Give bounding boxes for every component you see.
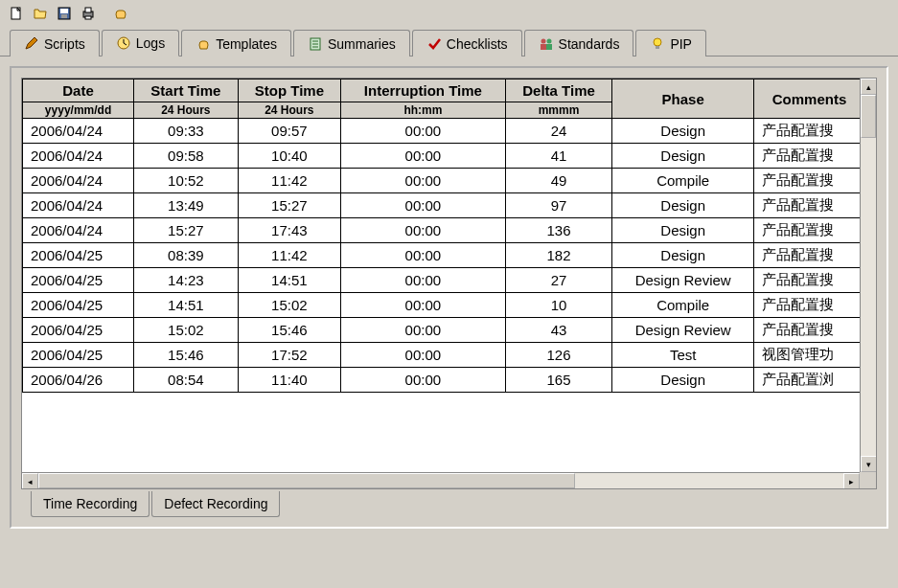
cell-phase[interactable]: Compile (612, 293, 754, 318)
cell-comment[interactable]: 产品配置搜 (753, 193, 860, 218)
table-row[interactable]: 2006/04/2515:4617:5200:00126Test视图管理功 (23, 343, 861, 368)
cell-delta[interactable]: 49 (505, 169, 612, 193)
tab-checklists[interactable]: Checklists (412, 30, 522, 57)
cell-comment[interactable]: 视图管理功 (753, 343, 860, 368)
cell-int[interactable]: 00:00 (341, 169, 506, 193)
cell-start[interactable]: 08:54 (134, 368, 239, 393)
scroll-left-button[interactable]: ◂ (22, 473, 38, 489)
cell-delta[interactable]: 165 (505, 368, 612, 393)
hscroll-thumb[interactable] (38, 473, 575, 488)
cell-phase[interactable]: Design (612, 368, 754, 393)
cell-date[interactable]: 2006/04/24 (23, 119, 134, 144)
print-button[interactable] (77, 3, 100, 24)
cell-delta[interactable]: 10 (505, 293, 612, 318)
cell-int[interactable]: 00:00 (341, 218, 506, 243)
cell-date[interactable]: 2006/04/24 (23, 169, 134, 193)
cell-stop[interactable]: 09:57 (238, 119, 340, 144)
cell-delta[interactable]: 136 (505, 218, 612, 243)
table-row[interactable]: 2006/04/2415:2717:4300:00136Design产品配置搜 (23, 218, 861, 243)
table-row[interactable]: 2006/04/2410:5211:4200:0049Compile产品配置搜 (23, 169, 861, 193)
cell-comment[interactable]: 产品配置搜 (753, 218, 860, 243)
cell-start[interactable]: 08:39 (134, 243, 239, 268)
cell-start[interactable]: 14:23 (134, 268, 239, 293)
cell-int[interactable]: 00:00 (341, 243, 506, 268)
cell-comment[interactable]: 产品配置搜 (753, 243, 860, 268)
tab-logs[interactable]: Logs (102, 30, 179, 57)
tab-scripts[interactable]: Scripts (10, 30, 100, 57)
run-button[interactable] (109, 3, 132, 24)
cell-start[interactable]: 14:51 (134, 293, 239, 318)
table-row[interactable]: 2006/04/2608:5411:4000:00165Design产品配置浏 (23, 368, 861, 393)
table-row[interactable]: 2006/04/2508:3911:4200:00182Design产品配置搜 (23, 243, 861, 268)
cell-delta[interactable]: 126 (505, 343, 612, 368)
cell-phase[interactable]: Test (612, 343, 754, 368)
cell-date[interactable]: 2006/04/24 (23, 218, 134, 243)
vscroll-track[interactable] (861, 95, 876, 456)
scroll-down-button[interactable]: ▾ (861, 456, 877, 472)
cell-stop[interactable]: 11:42 (238, 243, 340, 268)
open-button[interactable] (29, 3, 52, 24)
cell-date[interactable]: 2006/04/25 (23, 343, 134, 368)
cell-date[interactable]: 2006/04/24 (23, 193, 134, 218)
cell-date[interactable]: 2006/04/26 (23, 368, 134, 393)
table-row[interactable]: 2006/04/2409:3309:5700:0024Design产品配置搜 (23, 119, 861, 144)
cell-int[interactable]: 00:00 (341, 368, 506, 393)
cell-delta[interactable]: 41 (505, 144, 612, 169)
cell-stop[interactable]: 15:02 (238, 293, 340, 318)
cell-delta[interactable]: 182 (505, 243, 612, 268)
table-row[interactable]: 2006/04/2413:4915:2700:0097Design产品配置搜 (23, 193, 861, 218)
cell-start[interactable]: 09:33 (134, 119, 239, 144)
tab-templates[interactable]: Templates (181, 30, 291, 57)
cell-start[interactable]: 09:58 (134, 144, 239, 169)
save-button[interactable] (53, 3, 76, 24)
cell-stop[interactable]: 15:27 (238, 193, 340, 218)
bottom-tab-defect-recording[interactable]: Defect Recording (151, 491, 280, 517)
cell-int[interactable]: 00:00 (341, 318, 506, 343)
cell-phase[interactable]: Design (612, 119, 754, 144)
cell-comment[interactable]: 产品配置搜 (753, 318, 860, 343)
cell-stop[interactable]: 11:40 (238, 368, 340, 393)
cell-start[interactable]: 13:49 (134, 193, 239, 218)
cell-delta[interactable]: 27 (505, 268, 612, 293)
cell-comment[interactable]: 产品配置浏 (753, 368, 860, 393)
cell-comment[interactable]: 产品配置搜 (753, 293, 860, 318)
cell-stop[interactable]: 17:52 (238, 343, 340, 368)
cell-start[interactable]: 15:02 (134, 318, 239, 343)
hscroll-track[interactable] (38, 473, 843, 488)
horizontal-scrollbar[interactable]: ◂ ▸ (22, 472, 860, 488)
cell-comment[interactable]: 产品配置搜 (753, 144, 860, 169)
cell-start[interactable]: 15:46 (134, 343, 239, 368)
cell-int[interactable]: 00:00 (341, 144, 506, 169)
scroll-right-button[interactable]: ▸ (843, 473, 860, 489)
cell-date[interactable]: 2006/04/25 (23, 243, 134, 268)
table-row[interactable]: 2006/04/2514:5115:0200:0010Compile产品配置搜 (23, 293, 861, 318)
cell-phase[interactable]: Compile (612, 169, 754, 193)
cell-stop[interactable]: 11:42 (238, 169, 340, 193)
cell-stop[interactable]: 17:43 (238, 218, 340, 243)
cell-date[interactable]: 2006/04/25 (23, 268, 134, 293)
cell-delta[interactable]: 43 (505, 318, 612, 343)
cell-comment[interactable]: 产品配置搜 (753, 169, 860, 193)
cell-stop[interactable]: 15:46 (238, 318, 340, 343)
cell-date[interactable]: 2006/04/24 (23, 144, 134, 169)
cell-int[interactable]: 00:00 (341, 343, 506, 368)
cell-start[interactable]: 15:27 (134, 218, 239, 243)
cell-delta[interactable]: 24 (505, 119, 612, 144)
new-button[interactable] (5, 3, 28, 24)
cell-int[interactable]: 00:00 (341, 193, 506, 218)
tab-standards[interactable]: Standards (524, 30, 634, 57)
cell-phase[interactable]: Design (612, 193, 754, 218)
cell-stop[interactable]: 14:51 (238, 268, 340, 293)
cell-date[interactable]: 2006/04/25 (23, 318, 134, 343)
vscroll-thumb[interactable] (861, 95, 876, 138)
tab-pip[interactable]: PIP (635, 30, 706, 57)
table-row[interactable]: 2006/04/2409:5810:4000:0041Design产品配置搜 (23, 144, 861, 169)
table-row[interactable]: 2006/04/2515:0215:4600:0043Design Review… (23, 318, 861, 343)
table-row[interactable]: 2006/04/2514:2314:5100:0027Design Review… (23, 268, 861, 293)
vertical-scrollbar[interactable]: ▴ ▾ (860, 79, 876, 472)
cell-stop[interactable]: 10:40 (238, 144, 340, 169)
cell-comment[interactable]: 产品配置搜 (753, 268, 860, 293)
cell-phase[interactable]: Design Review (612, 268, 754, 293)
cell-int[interactable]: 00:00 (341, 293, 506, 318)
scroll-up-button[interactable]: ▴ (861, 79, 877, 95)
